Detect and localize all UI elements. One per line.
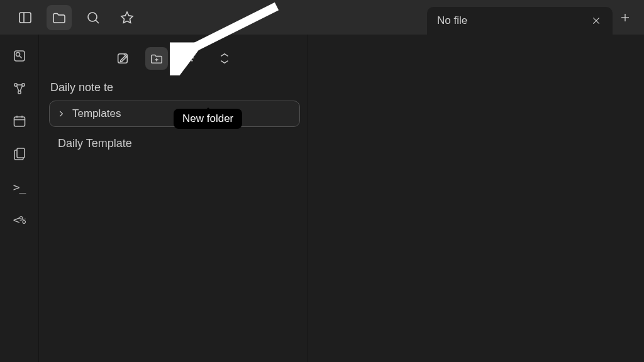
quick-switcher-icon[interactable] xyxy=(11,47,28,65)
ribbon: >_ <% xyxy=(0,35,39,362)
svg-rect-18 xyxy=(17,148,25,158)
close-icon[interactable] xyxy=(590,14,602,27)
graph-view-icon[interactable] xyxy=(11,80,28,97)
svg-point-9 xyxy=(16,53,19,57)
tab-active[interactable]: No file xyxy=(427,7,613,35)
folder-icon[interactable] xyxy=(47,5,72,30)
titlebar-left xyxy=(0,0,140,35)
collapse-icon[interactable] xyxy=(213,47,236,70)
file-explorer-toolbar xyxy=(39,42,308,75)
files-icon[interactable] xyxy=(11,145,28,163)
folder-label: Templates xyxy=(72,107,121,120)
file-explorer: Daily note te Templates Daily Template N… xyxy=(39,35,308,362)
vault-title: Daily note te xyxy=(39,75,308,99)
new-note-icon[interactable] xyxy=(111,47,134,70)
file-label: Daily Template xyxy=(58,137,132,150)
search-icon[interactable] xyxy=(80,5,106,30)
svg-rect-14 xyxy=(14,117,25,126)
svg-line-3 xyxy=(96,20,99,23)
template-icon[interactable]: <% xyxy=(11,211,28,228)
svg-line-10 xyxy=(19,56,22,58)
titlebar: No file xyxy=(0,0,644,35)
tab-strip: No file xyxy=(427,0,644,35)
tab-label: No file xyxy=(437,14,467,27)
svg-point-2 xyxy=(88,13,97,21)
star-icon[interactable] xyxy=(114,5,140,30)
sort-icon[interactable] xyxy=(179,47,202,70)
sidebar-toggle-icon[interactable] xyxy=(13,5,38,30)
daily-note-icon[interactable] xyxy=(11,112,28,130)
new-folder-icon[interactable] xyxy=(145,47,168,70)
svg-point-13 xyxy=(18,91,20,94)
tooltip-new-folder: New folder xyxy=(174,109,242,129)
svg-rect-0 xyxy=(19,13,31,23)
new-tab-button[interactable] xyxy=(613,5,638,30)
workspace: >_ <% Daily note te Templates xyxy=(0,35,644,362)
command-prompt-icon[interactable]: >_ xyxy=(11,178,28,195)
chevron-right-icon xyxy=(56,109,66,119)
file-daily-template[interactable]: Daily Template xyxy=(49,131,300,156)
editor-area[interactable] xyxy=(308,35,644,362)
